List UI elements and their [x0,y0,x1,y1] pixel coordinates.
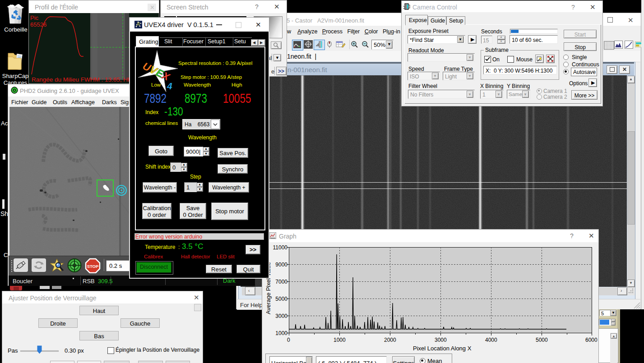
svg-text:4: 4 [167,81,172,91]
svg-text:STOP: STOP [87,264,99,269]
